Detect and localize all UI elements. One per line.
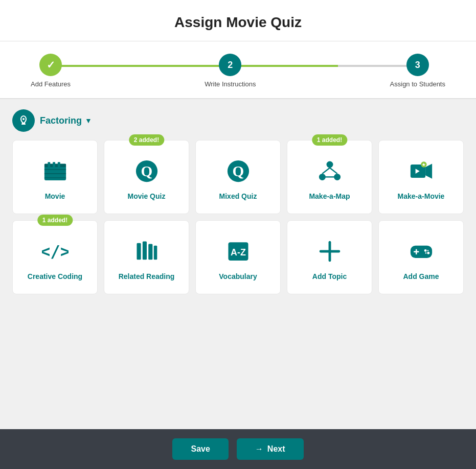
vocabulary-icon: A-Z	[223, 236, 254, 267]
grid-row-2: 1 added! </> Creative Coding Related Rea…	[12, 220, 464, 294]
movie-icon	[40, 156, 71, 186]
section-header: Factoring ▼	[12, 109, 464, 132]
main-content: Factoring ▼ Movie 2	[0, 99, 476, 429]
movie-quiz-badge: 2 added!	[129, 134, 164, 146]
next-arrow-icon: →	[255, 444, 263, 454]
step-1: ✓ Add Features	[31, 54, 71, 88]
add-game-icon	[406, 236, 437, 267]
add-topic-icon	[314, 236, 345, 267]
page-header: Assign Movie Quiz	[0, 0, 476, 41]
grid-row-1: Movie 2 added! Q Movie Quiz Q Mixed Quiz	[12, 140, 464, 214]
card-creative-coding[interactable]: 1 added! </> Creative Coding	[12, 220, 98, 294]
card-movie-quiz[interactable]: 2 added! Q Movie Quiz	[104, 140, 189, 214]
creative-coding-icon: </>	[40, 236, 71, 267]
step-1-label: Add Features	[31, 80, 71, 88]
page-title: Assign Movie Quiz	[10, 14, 466, 31]
svg-rect-25	[137, 243, 141, 260]
svg-rect-5	[57, 162, 60, 168]
stepper-section: ✓ Add Features 2 Write Instructions 3 As…	[0, 41, 476, 99]
make-a-map-badge: 1 added!	[312, 134, 347, 146]
next-button[interactable]: → Next	[237, 438, 304, 460]
card-mixed-quiz-label: Mixed Quiz	[219, 192, 257, 201]
svg-rect-27	[148, 244, 152, 260]
card-add-game[interactable]: Add Game	[378, 220, 464, 294]
card-creative-coding-label: Creative Coding	[28, 272, 82, 281]
stepper-progress	[53, 65, 338, 67]
stepper: ✓ Add Features 2 Write Instructions 3 As…	[31, 54, 445, 88]
svg-rect-3	[48, 162, 50, 168]
svg-point-13	[326, 161, 333, 168]
card-vocabulary[interactable]: A-Z Vocabulary	[195, 220, 281, 294]
checkmark-icon: ✓	[47, 59, 55, 71]
step-3-label: Assign to Students	[390, 80, 445, 88]
card-movie-label: Movie	[45, 192, 65, 201]
svg-point-37	[427, 252, 429, 254]
svg-rect-26	[142, 242, 146, 260]
svg-line-17	[330, 168, 337, 174]
svg-line-16	[322, 168, 330, 174]
step-2-circle: 2	[219, 54, 241, 76]
step-3-number: 3	[415, 60, 420, 71]
card-related-reading-label: Related Reading	[119, 272, 175, 281]
card-add-topic-label: Add Topic	[312, 272, 347, 281]
svg-marker-20	[425, 164, 432, 179]
creative-coding-badge: 1 added!	[37, 215, 73, 226]
section-icon	[12, 109, 35, 132]
svg-point-39	[427, 250, 428, 251]
movie-quiz-icon: Q	[131, 156, 162, 186]
card-vocabulary-label: Vocabulary	[219, 272, 257, 281]
svg-rect-28	[153, 246, 157, 260]
svg-point-36	[424, 249, 426, 252]
save-button[interactable]: Save	[172, 438, 228, 460]
page-footer: Save → Next	[0, 429, 476, 469]
step-2-number: 2	[228, 60, 233, 71]
svg-text:★: ★	[422, 163, 426, 168]
card-movie[interactable]: Movie	[12, 140, 98, 214]
make-a-movie-icon: ★	[406, 156, 437, 186]
svg-point-0	[22, 118, 25, 120]
step-1-circle: ✓	[39, 54, 62, 76]
section-title[interactable]: Factoring ▼	[40, 115, 92, 126]
svg-point-38	[425, 252, 426, 253]
svg-text:A-Z: A-Z	[231, 248, 246, 258]
card-make-a-movie-label: Make-a-Movie	[398, 192, 445, 201]
section-title-text: Factoring	[40, 115, 82, 126]
step-2-label: Write Instructions	[205, 80, 256, 88]
svg-text:Q: Q	[232, 163, 244, 179]
make-a-map-icon	[314, 156, 345, 186]
card-movie-quiz-label: Movie Quiz	[128, 192, 166, 201]
svg-rect-4	[53, 162, 55, 168]
step-3: 3 Assign to Students	[390, 54, 445, 88]
card-make-a-map[interactable]: 1 added! Make-a-Map	[287, 140, 372, 214]
step-3-circle: 3	[406, 54, 429, 76]
svg-text:</>: </>	[42, 242, 69, 262]
related-reading-icon	[131, 236, 162, 267]
mixed-quiz-icon: Q	[223, 156, 254, 186]
next-label: Next	[267, 444, 285, 454]
card-mixed-quiz[interactable]: Q Mixed Quiz	[195, 140, 281, 214]
step-2: 2 Write Instructions	[205, 54, 256, 88]
svg-text:Q: Q	[141, 163, 152, 179]
card-related-reading[interactable]: Related Reading	[104, 220, 189, 294]
card-make-a-map-label: Make-a-Map	[309, 192, 350, 201]
card-make-a-movie[interactable]: ★ Make-a-Movie	[378, 140, 464, 214]
dropdown-arrow-icon: ▼	[85, 116, 92, 125]
card-add-topic[interactable]: Add Topic	[287, 220, 372, 294]
card-add-game-label: Add Game	[403, 272, 439, 281]
